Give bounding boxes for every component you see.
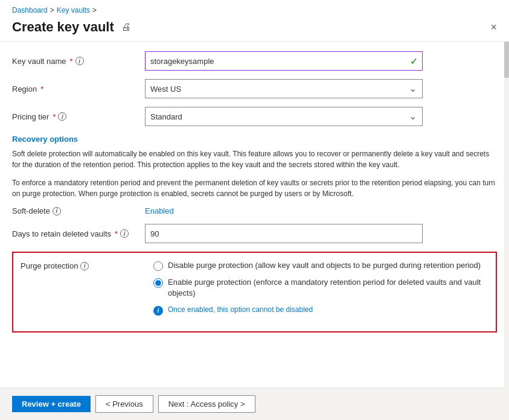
days-retain-input[interactable] bbox=[145, 224, 423, 243]
page-header: Create key vault 🖨 × bbox=[0, 17, 509, 42]
recovery-options-section: Recovery options Soft delete protection … bbox=[12, 135, 497, 199]
key-vault-name-control: ✓ bbox=[145, 51, 423, 71]
purge-disable-label[interactable]: Disable purge protection (allow key vaul… bbox=[168, 260, 481, 271]
purge-note-text: Once enabled, this option cannot be disa… bbox=[168, 305, 313, 314]
region-control: West US bbox=[145, 79, 423, 98]
purge-disable-radio[interactable] bbox=[153, 261, 163, 271]
pricing-tier-select-wrapper: Standard bbox=[145, 107, 423, 126]
days-retain-row: Days to retain deleted vaults * i bbox=[12, 224, 497, 243]
key-vault-name-label: Key vault name * i bbox=[12, 57, 145, 66]
soft-delete-value: Enabled bbox=[145, 206, 423, 215]
pricing-tier-label: Pricing tier * i bbox=[12, 112, 145, 121]
close-icon[interactable]: × bbox=[490, 21, 497, 34]
breadcrumb-keyvaults[interactable]: Key vaults bbox=[57, 6, 90, 14]
purge-protection-info-icon[interactable]: i bbox=[80, 262, 89, 270]
region-row: Region * West US bbox=[12, 79, 497, 98]
breadcrumb-sep2: > bbox=[92, 6, 97, 14]
previous-button[interactable]: < Previous bbox=[95, 395, 153, 413]
region-select-wrapper: West US bbox=[145, 79, 423, 98]
soft-delete-row: Soft-delete i Enabled bbox=[12, 206, 497, 215]
next-button[interactable]: Next : Access policy > bbox=[158, 395, 255, 413]
scrollbar-thumb[interactable] bbox=[504, 42, 509, 78]
purge-disable-option: Disable purge protection (allow key vaul… bbox=[153, 260, 488, 271]
footer: Review + create < Previous Next : Access… bbox=[0, 387, 509, 420]
info-blue-circle-icon: i bbox=[153, 306, 163, 316]
key-vault-name-input[interactable] bbox=[145, 51, 423, 71]
form-content: Key vault name * i ✓ Region * bbox=[0, 42, 509, 387]
days-retain-info-icon[interactable]: i bbox=[120, 229, 129, 238]
pricing-tier-control: Standard bbox=[145, 107, 423, 126]
print-icon[interactable]: 🖨 bbox=[121, 22, 131, 33]
key-vault-name-row: Key vault name * i ✓ bbox=[12, 51, 497, 71]
review-create-button[interactable]: Review + create bbox=[12, 396, 91, 412]
check-icon: ✓ bbox=[410, 56, 418, 67]
required-star: * bbox=[70, 57, 73, 66]
page-title: Create key vault bbox=[12, 19, 114, 35]
soft-delete-info-1: Soft delete protection will automaticall… bbox=[12, 148, 497, 170]
header-left: Create key vault 🖨 bbox=[12, 19, 131, 35]
purge-protection-section: Purge protection i Disable purge protect… bbox=[12, 252, 497, 332]
pricing-tier-info-icon[interactable]: i bbox=[58, 112, 66, 121]
required-star-pricing: * bbox=[53, 112, 56, 121]
required-star-days: * bbox=[115, 229, 118, 238]
soft-delete-info-icon[interactable]: i bbox=[53, 207, 61, 215]
purge-protection-row: Purge protection i Disable purge protect… bbox=[21, 260, 488, 316]
region-select[interactable]: West US bbox=[145, 79, 423, 98]
soft-delete-label: Soft-delete i bbox=[12, 206, 145, 215]
pricing-tier-row: Pricing tier * i Standard bbox=[12, 107, 497, 126]
purge-enable-label[interactable]: Enable purge protection (enforce a manda… bbox=[168, 277, 488, 299]
purge-protection-label: Purge protection i bbox=[21, 260, 153, 270]
days-retain-control bbox=[145, 224, 423, 243]
breadcrumb-sep1: > bbox=[50, 6, 54, 14]
purge-protection-radio-group: Disable purge protection (allow key vaul… bbox=[153, 260, 488, 316]
create-key-vault-panel: Dashboard > Key vaults > Create key vaul… bbox=[0, 0, 509, 420]
soft-delete-enabled: Enabled bbox=[145, 206, 174, 215]
breadcrumb: Dashboard > Key vaults > bbox=[0, 0, 509, 17]
purge-enable-option: Enable purge protection (enforce a manda… bbox=[153, 277, 488, 299]
scrollbar-track bbox=[504, 42, 509, 387]
region-label: Region * bbox=[12, 84, 145, 94]
purge-enable-radio[interactable] bbox=[153, 278, 163, 288]
soft-delete-info-2: To enforce a mandatory retention period … bbox=[12, 177, 497, 199]
required-star-region: * bbox=[40, 84, 43, 94]
recovery-options-title: Recovery options bbox=[12, 135, 497, 144]
key-vault-name-info-icon[interactable]: i bbox=[75, 57, 84, 65]
days-retain-label: Days to retain deleted vaults * i bbox=[12, 229, 145, 238]
breadcrumb-dashboard[interactable]: Dashboard bbox=[12, 6, 48, 14]
pricing-tier-select[interactable]: Standard bbox=[145, 107, 423, 126]
purge-info-note: i Once enabled, this option cannot be di… bbox=[153, 305, 488, 316]
key-vault-name-input-wrapper: ✓ bbox=[145, 51, 423, 71]
